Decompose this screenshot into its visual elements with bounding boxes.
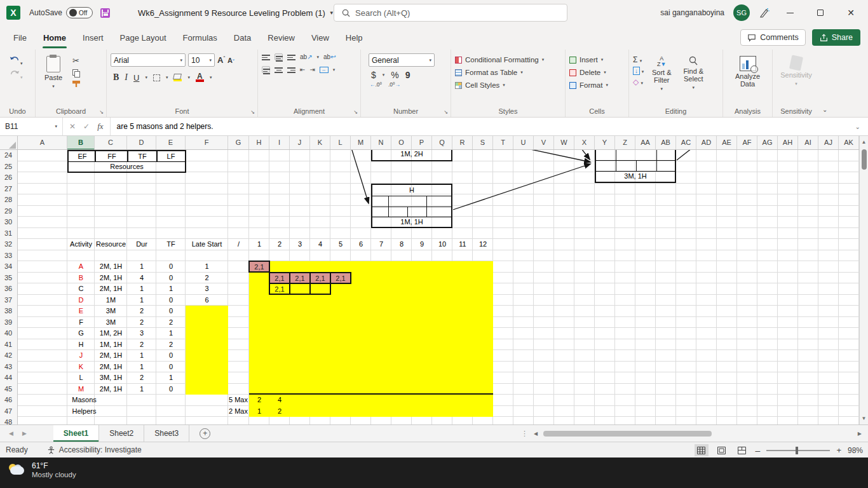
underline-button[interactable]: U (133, 73, 139, 83)
bold-button[interactable]: B (113, 72, 119, 83)
activity-name[interactable]: J (67, 350, 95, 362)
activity-resource[interactable]: 2M, 1H (95, 283, 127, 295)
fill-color-icon[interactable] (173, 74, 182, 81)
italic-button[interactable]: I (125, 72, 128, 83)
activity-name[interactable]: A (67, 261, 95, 273)
cell-lf[interactable]: LF (157, 151, 185, 161)
activity-resource[interactable]: 2M, 1H (95, 261, 127, 273)
enter-icon[interactable]: ✓ (83, 122, 90, 131)
alignment-dialog-launcher[interactable]: ↘ (353, 109, 358, 115)
aon-node-right-resource[interactable]: 3M, 1H (596, 171, 675, 181)
restore-button[interactable] (810, 3, 831, 22)
total-max[interactable]: 2 Max (209, 406, 248, 417)
header-late-start[interactable]: Late Start (186, 239, 228, 250)
header-period-9[interactable]: 9 (412, 239, 432, 250)
header-period-1[interactable]: 1 (249, 239, 269, 250)
orientation-icon[interactable]: ab↗ (300, 53, 313, 60)
row-header-29[interactable]: 29 (0, 206, 17, 217)
column-header-H[interactable]: H (249, 136, 269, 150)
activity-tf[interactable]: 0 (156, 261, 186, 273)
menu-tab-page-layout[interactable]: Page Layout (112, 25, 175, 50)
column-header-L[interactable]: L (330, 136, 351, 150)
conditional-formatting-button[interactable]: Conditional Formatting▾ (455, 53, 561, 66)
activity-resource[interactable]: 2M, 1H (95, 384, 127, 395)
expand-formula-bar-icon[interactable]: ⌄ (855, 123, 860, 130)
activity-tf[interactable]: 2 (156, 317, 186, 329)
activity-dur[interactable]: 1 (127, 384, 156, 395)
sheet-tab-sheet2[interactable]: Sheet2 (99, 425, 144, 442)
menu-tab-file[interactable]: File (5, 25, 35, 50)
collapse-ribbon-icon[interactable]: ⌄ (820, 106, 834, 117)
gantt-cell[interactable]: 2,1 (269, 272, 290, 284)
redo-icon[interactable] (9, 69, 20, 79)
activity-tf[interactable]: 0 (156, 306, 186, 317)
menu-tab-formulas[interactable]: Formulas (175, 25, 226, 50)
row-header-33[interactable]: 33 (0, 250, 17, 262)
row-header-44[interactable]: 44 (0, 372, 17, 384)
column-header-W[interactable]: W (554, 136, 574, 150)
activity-name[interactable]: L (67, 372, 95, 384)
ink-pen-icon[interactable] (759, 7, 770, 18)
header-period-7[interactable]: 7 (371, 239, 391, 250)
row-header-27[interactable]: 27 (0, 184, 17, 195)
column-header-AA[interactable]: AA (635, 136, 656, 150)
clipboard-dialog-launcher[interactable]: ↘ (99, 109, 104, 115)
name-box[interactable]: B11 ▾ (0, 118, 63, 135)
format-painter-icon[interactable] (72, 81, 80, 87)
comma-style-icon[interactable]: 9 (405, 70, 410, 80)
cut-icon[interactable]: ✂ (72, 56, 80, 65)
column-header-P[interactable]: P (412, 136, 432, 150)
minimize-button[interactable] (779, 3, 801, 22)
increase-decimal-icon[interactable]: ←.0⁰ (370, 81, 382, 88)
close-button[interactable]: ✕ (840, 3, 862, 22)
select-all-corner[interactable] (0, 136, 18, 150)
row-header-43[interactable]: 43 (0, 362, 17, 373)
header-period-2[interactable]: 2 (269, 239, 290, 250)
gantt-cell[interactable]: 2,1 (330, 272, 351, 284)
user-name[interactable]: sai ganganaboyina (660, 8, 724, 17)
total-label[interactable]: Masons (67, 395, 101, 406)
bottom-align-icon[interactable] (287, 53, 295, 60)
menu-tab-help[interactable]: Help (337, 25, 371, 50)
activity-resource[interactable]: 1M, 1H (95, 339, 127, 351)
total-period-value[interactable]: 2 (249, 395, 269, 406)
activity-resource[interactable]: 1M (95, 295, 127, 306)
header-period-11[interactable]: 11 (452, 239, 473, 250)
new-sheet-button[interactable]: + (200, 428, 210, 439)
autosave-toggle[interactable]: Off (66, 7, 93, 18)
activity-resource[interactable]: 2M, 1H (95, 273, 127, 284)
row-header-25[interactable]: 25 (0, 161, 17, 173)
column-header-J[interactable]: J (290, 136, 310, 150)
activity-late-start[interactable]: 2 (186, 273, 228, 284)
row-header-30[interactable]: 30 (0, 217, 17, 228)
column-header-V[interactable]: V (534, 136, 554, 150)
activity-resource[interactable]: 3M, 1H (95, 372, 127, 384)
cell-ef[interactable]: EF (69, 151, 96, 161)
excel-app-icon[interactable]: X (6, 6, 20, 20)
total-period-value[interactable]: 2 (269, 406, 290, 417)
column-header-I[interactable]: I (269, 136, 290, 150)
next-sheet-icon[interactable]: ▶ (22, 430, 27, 437)
page-layout-view-icon[interactable] (715, 444, 729, 456)
gantt-cell[interactable]: 2,1 (289, 272, 311, 284)
decrease-indent-icon[interactable]: ⇤ (300, 66, 305, 73)
gantt-cell[interactable]: 2,1 (269, 283, 290, 295)
activity-dur[interactable]: 1 (127, 261, 156, 273)
column-header-C[interactable]: C (95, 136, 127, 150)
middle-align-icon[interactable] (275, 53, 283, 60)
activity-dur[interactable]: 2 (127, 372, 156, 384)
row-header-35[interactable]: 35 (0, 273, 17, 284)
activity-resource[interactable]: 3M (95, 317, 127, 329)
activity-name[interactable]: E (67, 306, 95, 317)
activity-late-start[interactable]: 6 (186, 295, 228, 306)
cell-ff[interactable]: FF (96, 151, 128, 161)
wrap-text-icon[interactable]: ab↩ (323, 53, 336, 60)
sort-filter-button[interactable]: AZ▼ Sort & Filter▾ (648, 53, 675, 93)
activity-tf[interactable]: 1 (156, 328, 186, 339)
total-period-value[interactable]: 1 (249, 406, 269, 417)
accessibility-status[interactable]: Accessibility: Investigate (47, 445, 142, 454)
gantt-cell[interactable]: 2,1 (309, 272, 331, 284)
row-header-26[interactable]: 26 (0, 172, 17, 184)
header-period-12[interactable]: 12 (473, 239, 493, 250)
column-header-R[interactable]: R (452, 136, 473, 150)
